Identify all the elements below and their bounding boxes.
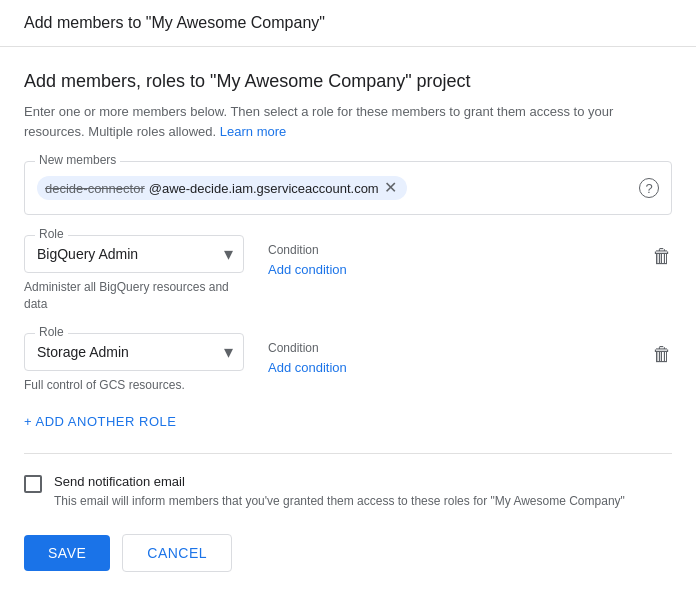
role-row-1: Role BigQuery Admin ▾ Administer all Big… xyxy=(24,235,672,313)
page-title: Add members, roles to "My Awesome Compan… xyxy=(24,71,672,92)
notification-row: Send notification email This email will … xyxy=(24,474,672,510)
role-select-wrapper-1: Role BigQuery Admin ▾ xyxy=(24,235,244,273)
add-another-role-button[interactable]: + ADD ANOTHER ROLE xyxy=(24,414,176,429)
role-field-1: Role BigQuery Admin ▾ Administer all Big… xyxy=(24,235,244,313)
chip-suffix-text: @awe-decide.iam.gserviceaccount.com xyxy=(149,181,379,196)
member-chip: decide-connector@awe-decide.iam.gservice… xyxy=(37,176,407,200)
help-icon[interactable]: ? xyxy=(639,178,659,198)
role-field-2: Role Storage Admin ▾ Full control of GCS… xyxy=(24,333,244,394)
description-text: Enter one or more members below. Then se… xyxy=(24,102,672,141)
top-bar: Add members to "My Awesome Company" xyxy=(0,0,696,47)
role-label-2: Role xyxy=(35,325,68,339)
delete-role-1-icon[interactable]: 🗑 xyxy=(652,235,672,268)
role-description-1: Administer all BigQuery resources and da… xyxy=(24,279,244,313)
delete-role-2-icon[interactable]: 🗑 xyxy=(652,333,672,366)
top-bar-title: Add members to "My Awesome Company" xyxy=(24,14,325,31)
save-button[interactable]: SAVE xyxy=(24,535,110,571)
main-content: Add members, roles to "My Awesome Compan… xyxy=(0,47,696,596)
chip-strikethrough-text: decide-connector xyxy=(45,181,145,196)
role-label-1: Role xyxy=(35,227,68,241)
new-members-label: New members xyxy=(35,153,120,167)
notification-text-block: Send notification email This email will … xyxy=(54,474,625,510)
notification-sub-text: This email will inform members that you'… xyxy=(54,493,625,510)
role-select-wrapper-2: Role Storage Admin ▾ xyxy=(24,333,244,371)
role-description-2: Full control of GCS resources. xyxy=(24,377,244,394)
divider xyxy=(24,453,672,454)
roles-section: Role BigQuery Admin ▾ Administer all Big… xyxy=(24,235,672,393)
notification-label: Send notification email xyxy=(54,474,625,489)
condition-field-2: Condition Add condition xyxy=(268,333,628,375)
condition-field-1: Condition Add condition xyxy=(268,235,628,277)
condition-label-2: Condition xyxy=(268,341,628,355)
cancel-button[interactable]: CANCEL xyxy=(122,534,232,572)
description-body: Enter one or more members below. Then se… xyxy=(24,104,613,139)
role-select-1[interactable]: BigQuery Admin xyxy=(25,236,243,272)
add-condition-link-1[interactable]: Add condition xyxy=(268,262,347,277)
actions-bar: SAVE CANCEL xyxy=(24,534,672,572)
chip-close-icon[interactable]: ✕ xyxy=(383,180,399,196)
role-select-2[interactable]: Storage Admin xyxy=(25,334,243,370)
new-members-field: New members decide-connector@awe-decide.… xyxy=(24,161,672,215)
condition-label-1: Condition xyxy=(268,243,628,257)
role-row-2: Role Storage Admin ▾ Full control of GCS… xyxy=(24,333,672,394)
member-chip-container: decide-connector@awe-decide.iam.gservice… xyxy=(37,172,659,204)
add-condition-link-2[interactable]: Add condition xyxy=(268,360,347,375)
learn-more-link[interactable]: Learn more xyxy=(220,124,286,139)
notification-checkbox[interactable] xyxy=(24,475,42,493)
